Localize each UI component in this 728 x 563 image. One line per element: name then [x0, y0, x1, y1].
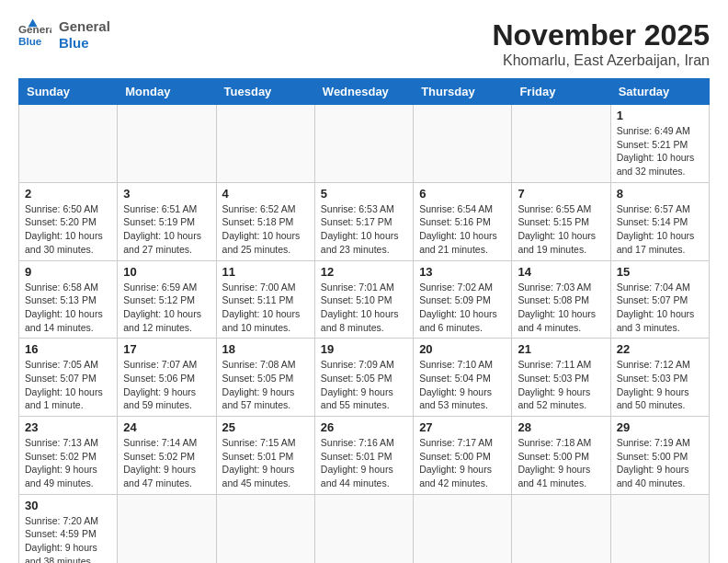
calendar-week-5: 23Sunrise: 7:13 AM Sunset: 5:02 PM Dayli… [19, 417, 710, 495]
svg-text:Blue: Blue [18, 35, 42, 47]
calendar-week-1: 1Sunrise: 6:49 AM Sunset: 5:21 PM Daylig… [19, 105, 710, 183]
calendar-day [314, 105, 413, 183]
weekday-header-thursday: Thursday [414, 79, 512, 105]
day-info: Sunrise: 6:53 AM Sunset: 5:17 PM Dayligh… [321, 202, 407, 257]
calendar-day [414, 105, 512, 183]
day-info: Sunrise: 7:20 AM Sunset: 4:59 PM Dayligh… [25, 514, 111, 563]
calendar-day: 9Sunrise: 6:58 AM Sunset: 5:13 PM Daylig… [19, 260, 118, 339]
day-number: 28 [518, 420, 604, 434]
day-number: 4 [222, 187, 309, 201]
calendar-day: 1Sunrise: 6:49 AM Sunset: 5:21 PM Daylig… [610, 105, 709, 183]
day-info: Sunrise: 7:03 AM Sunset: 5:08 PM Dayligh… [518, 281, 604, 335]
calendar-day: 25Sunrise: 7:15 AM Sunset: 5:01 PM Dayli… [216, 417, 314, 495]
location-title: Khomarlu, East Azerbaijan, Iran [492, 52, 710, 69]
day-info: Sunrise: 7:01 AM Sunset: 5:10 PM Dayligh… [321, 281, 407, 335]
day-number: 6 [419, 187, 506, 201]
day-number: 26 [321, 420, 407, 434]
calendar-day [512, 105, 610, 183]
day-number: 5 [321, 187, 407, 201]
calendar-day: 22Sunrise: 7:12 AM Sunset: 5:03 PM Dayli… [610, 339, 709, 417]
calendar-day [414, 494, 512, 563]
day-info: Sunrise: 7:07 AM Sunset: 5:06 PM Dayligh… [123, 358, 210, 412]
day-number: 20 [419, 342, 506, 356]
day-info: Sunrise: 6:49 AM Sunset: 5:21 PM Dayligh… [617, 124, 703, 178]
weekday-header-sunday: Sunday [19, 79, 118, 105]
day-info: Sunrise: 6:55 AM Sunset: 5:15 PM Dayligh… [518, 202, 604, 257]
day-info: Sunrise: 6:57 AM Sunset: 5:14 PM Dayligh… [617, 202, 703, 257]
calendar-day [118, 494, 216, 563]
calendar-day: 7Sunrise: 6:55 AM Sunset: 5:15 PM Daylig… [512, 182, 610, 260]
day-info: Sunrise: 7:00 AM Sunset: 5:11 PM Dayligh… [222, 281, 309, 335]
day-number: 11 [222, 265, 309, 279]
day-number: 25 [222, 420, 309, 434]
calendar-day: 14Sunrise: 7:03 AM Sunset: 5:08 PM Dayli… [512, 260, 610, 339]
page-header: General Blue General Blue November 2025 … [18, 18, 710, 69]
calendar-day: 30Sunrise: 7:20 AM Sunset: 4:59 PM Dayli… [19, 494, 118, 563]
day-info: Sunrise: 6:52 AM Sunset: 5:18 PM Dayligh… [222, 202, 309, 257]
calendar-day: 2Sunrise: 6:50 AM Sunset: 5:20 PM Daylig… [19, 182, 118, 260]
calendar-day: 29Sunrise: 7:19 AM Sunset: 5:00 PM Dayli… [610, 417, 709, 495]
day-info: Sunrise: 7:08 AM Sunset: 5:05 PM Dayligh… [222, 358, 309, 412]
day-number: 13 [419, 265, 506, 279]
day-info: Sunrise: 6:51 AM Sunset: 5:19 PM Dayligh… [123, 202, 210, 257]
logo: General Blue General Blue [18, 18, 110, 52]
day-number: 27 [419, 420, 506, 434]
day-info: Sunrise: 7:15 AM Sunset: 5:01 PM Dayligh… [222, 436, 309, 490]
calendar-day: 20Sunrise: 7:10 AM Sunset: 5:04 PM Dayli… [414, 339, 512, 417]
day-info: Sunrise: 6:59 AM Sunset: 5:12 PM Dayligh… [123, 281, 210, 335]
day-info: Sunrise: 7:10 AM Sunset: 5:04 PM Dayligh… [419, 358, 506, 412]
calendar-day: 27Sunrise: 7:17 AM Sunset: 5:00 PM Dayli… [414, 417, 512, 495]
day-number: 2 [25, 187, 111, 201]
calendar-day: 5Sunrise: 6:53 AM Sunset: 5:17 PM Daylig… [314, 182, 413, 260]
calendar-day [216, 494, 314, 563]
calendar-week-6: 30Sunrise: 7:20 AM Sunset: 4:59 PM Dayli… [19, 494, 710, 563]
day-info: Sunrise: 7:11 AM Sunset: 5:03 PM Dayligh… [518, 358, 604, 412]
day-info: Sunrise: 7:16 AM Sunset: 5:01 PM Dayligh… [321, 436, 407, 490]
day-info: Sunrise: 6:58 AM Sunset: 5:13 PM Dayligh… [25, 281, 111, 335]
logo-blue-text: Blue [59, 35, 110, 52]
calendar-day: 11Sunrise: 7:00 AM Sunset: 5:11 PM Dayli… [216, 260, 314, 339]
weekday-header-friday: Friday [512, 79, 610, 105]
day-number: 3 [123, 187, 210, 201]
calendar-table: SundayMondayTuesdayWednesdayThursdayFrid… [18, 78, 710, 563]
calendar-day: 12Sunrise: 7:01 AM Sunset: 5:10 PM Dayli… [314, 260, 413, 339]
calendar-day: 10Sunrise: 6:59 AM Sunset: 5:12 PM Dayli… [118, 260, 216, 339]
title-section: November 2025 Khomarlu, East Azerbaijan,… [492, 18, 710, 69]
calendar-day: 8Sunrise: 6:57 AM Sunset: 5:14 PM Daylig… [610, 182, 709, 260]
calendar-week-3: 9Sunrise: 6:58 AM Sunset: 5:13 PM Daylig… [19, 260, 710, 339]
calendar-day [610, 494, 709, 563]
day-info: Sunrise: 7:19 AM Sunset: 5:00 PM Dayligh… [617, 436, 703, 490]
calendar-day: 21Sunrise: 7:11 AM Sunset: 5:03 PM Dayli… [512, 339, 610, 417]
logo-general-text: General [59, 18, 110, 35]
calendar-day: 3Sunrise: 6:51 AM Sunset: 5:19 PM Daylig… [118, 182, 216, 260]
day-info: Sunrise: 7:17 AM Sunset: 5:00 PM Dayligh… [419, 436, 506, 490]
weekday-header-tuesday: Tuesday [216, 79, 314, 105]
weekday-header-saturday: Saturday [610, 79, 709, 105]
day-number: 22 [617, 342, 703, 356]
calendar-week-2: 2Sunrise: 6:50 AM Sunset: 5:20 PM Daylig… [19, 182, 710, 260]
day-number: 16 [25, 342, 111, 356]
calendar-day: 18Sunrise: 7:08 AM Sunset: 5:05 PM Dayli… [216, 339, 314, 417]
day-info: Sunrise: 7:13 AM Sunset: 5:02 PM Dayligh… [25, 436, 111, 490]
day-number: 18 [222, 342, 309, 356]
day-info: Sunrise: 6:50 AM Sunset: 5:20 PM Dayligh… [25, 202, 111, 257]
calendar-day [216, 105, 314, 183]
day-info: Sunrise: 7:02 AM Sunset: 5:09 PM Dayligh… [419, 281, 506, 335]
calendar-day [19, 105, 118, 183]
day-number: 17 [123, 342, 210, 356]
calendar-day: 4Sunrise: 6:52 AM Sunset: 5:18 PM Daylig… [216, 182, 314, 260]
calendar-day [118, 105, 216, 183]
day-info: Sunrise: 7:05 AM Sunset: 5:07 PM Dayligh… [25, 358, 111, 412]
day-info: Sunrise: 7:12 AM Sunset: 5:03 PM Dayligh… [617, 358, 703, 412]
calendar-day: 24Sunrise: 7:14 AM Sunset: 5:02 PM Dayli… [118, 417, 216, 495]
day-info: Sunrise: 7:04 AM Sunset: 5:07 PM Dayligh… [617, 281, 703, 335]
day-info: Sunrise: 7:14 AM Sunset: 5:02 PM Dayligh… [123, 436, 210, 490]
day-info: Sunrise: 7:18 AM Sunset: 5:00 PM Dayligh… [518, 436, 604, 490]
day-number: 30 [25, 499, 111, 512]
calendar-day: 28Sunrise: 7:18 AM Sunset: 5:00 PM Dayli… [512, 417, 610, 495]
day-info: Sunrise: 6:54 AM Sunset: 5:16 PM Dayligh… [419, 202, 506, 257]
day-number: 15 [617, 265, 703, 279]
weekday-header-monday: Monday [118, 79, 216, 105]
day-number: 29 [617, 420, 703, 434]
calendar-day: 15Sunrise: 7:04 AM Sunset: 5:07 PM Dayli… [610, 260, 709, 339]
